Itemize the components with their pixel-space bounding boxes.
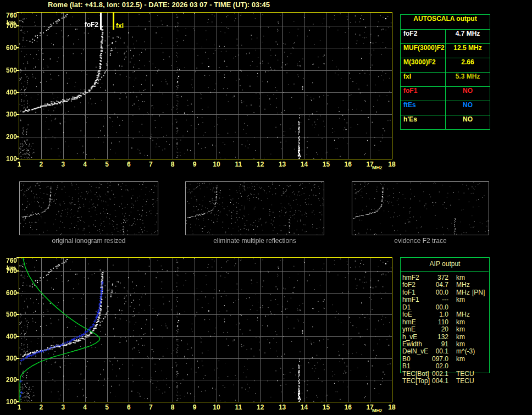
y-axis-tickmark <box>16 270 19 272</box>
param-unit: MHz <box>456 289 470 296</box>
param-unit: MHz <box>456 311 470 318</box>
thumbnail-caption: evidence F2 trace <box>352 237 489 245</box>
param-unit: TECU <box>456 377 474 385</box>
x-tick-label: 18 <box>386 161 397 168</box>
param-value: 00.0 <box>420 289 448 296</box>
y-tick-label: 200 <box>0 376 17 384</box>
x-tick-label: 14 <box>299 161 310 168</box>
autoscala-row: h'EsNO <box>401 115 490 129</box>
param-value: 4.7 MHz <box>446 30 490 43</box>
param-unit: km <box>456 318 465 326</box>
param-value: 00.1 <box>420 347 448 355</box>
param-value: 1.0 <box>420 311 448 318</box>
x-tick-label: 2 <box>36 403 47 411</box>
param-value: 5.3 MHz <box>446 73 490 86</box>
thumbnail-eliminate-reflections <box>185 181 324 235</box>
param-value: NO <box>446 87 490 101</box>
x-tick-label: 2 <box>36 161 47 168</box>
param-value: 00.0 <box>420 303 448 311</box>
param-name: hmF2 <box>402 274 419 281</box>
y-axis-tickmark <box>16 136 19 137</box>
ionogram-plot-bottom <box>19 257 392 402</box>
param-label: MUF(3000)F2 <box>401 44 446 58</box>
aip-row: hmF2372km <box>400 274 490 281</box>
x-tick-label: 16 <box>342 161 353 168</box>
x-tick-label: 15 <box>320 161 331 168</box>
aip-row: foF100.0MHz[PN] <box>400 289 490 296</box>
param-name: hmE <box>402 318 416 326</box>
param-unit: km <box>456 340 465 348</box>
autoscala-output-table: AUTOSCALA outputfoF24.7 MHzMUF(3000)F212… <box>400 14 490 130</box>
param-value: 12.5 MHz <box>446 44 490 58</box>
param-value: 2.66 <box>446 58 490 72</box>
x-tick-label: 1 <box>14 161 25 168</box>
param-unit: MHz <box>456 281 470 289</box>
param-value: --- <box>420 296 448 303</box>
param-name: foF2 <box>402 281 415 289</box>
aip-row: Ewidth91km <box>400 340 490 347</box>
param-value: 04.7 <box>420 281 448 289</box>
param-value: 097.0 <box>420 355 448 363</box>
fxI-marker-label: fxI <box>116 22 124 30</box>
param-value: NO <box>446 101 490 115</box>
param-value: 004.1 <box>420 377 448 385</box>
aip-row: TEC[Bot]002.1TECU <box>400 370 490 377</box>
x-tick-label: 7 <box>145 161 156 168</box>
param-note: [PN] <box>472 289 485 296</box>
param-label: fxI <box>401 73 446 86</box>
y-tick-label: 760 <box>0 12 17 19</box>
param-unit: km <box>456 325 465 333</box>
param-name: foF1 <box>402 289 415 296</box>
param-name: foE <box>402 311 412 318</box>
y-axis-tickmark <box>16 70 19 71</box>
y-tick-label: 300 <box>0 355 17 362</box>
y-tick-label: 500 <box>0 311 17 318</box>
thumbnail-eliminate-reflections-canvas <box>186 182 324 235</box>
y-axis-tickmark <box>16 336 19 337</box>
x-axis-unit: MHz <box>372 408 383 413</box>
y-axis-unit: km <box>0 19 16 27</box>
foF2-marker-line <box>100 13 102 30</box>
aip-row: ymE20km <box>400 325 490 333</box>
x-tick-label: 6 <box>123 403 134 411</box>
x-tick-label: 3 <box>58 403 69 411</box>
x-tick-label: 13 <box>277 161 288 168</box>
y-tick-label: 600 <box>0 44 17 52</box>
x-tick-label: 8 <box>167 403 178 411</box>
aip-row: hmF1---km <box>400 296 490 303</box>
aip-row: D100.0 <box>400 303 490 311</box>
autoscala-table-title: AUTOSCALA output <box>401 15 490 30</box>
autoscala-row: MUF(3000)F212.5 MHz <box>401 44 490 58</box>
x-tick-label: 14 <box>299 403 310 411</box>
y-axis-tickmark <box>16 292 19 294</box>
param-name: Ewidth <box>402 340 422 348</box>
y-tick-label: 600 <box>0 289 17 297</box>
x-tick-label: 3 <box>58 161 69 168</box>
param-label: ftEs <box>401 101 446 115</box>
autoscala-window: Rome (lat: +41.8, lon: 012.5) - DATE: 20… <box>0 0 532 415</box>
ionogram-canvas-bottom <box>19 258 392 402</box>
y-axis-tickmark <box>16 114 19 115</box>
x-tick-label: 18 <box>386 403 397 411</box>
param-label: M(3000)F2 <box>401 58 446 72</box>
x-tick-label: 8 <box>167 161 178 168</box>
x-tick-label: 4 <box>80 161 91 168</box>
param-value: 20 <box>420 325 448 333</box>
x-tick-label: 5 <box>102 403 113 411</box>
aip-rows: hmF2372kmfoF204.7MHzfoF100.0MHz[PN]hmF1-… <box>400 274 490 385</box>
y-tick-label: 200 <box>0 133 17 141</box>
param-value: 372 <box>420 274 448 281</box>
y-tick-label: 760 <box>0 257 17 264</box>
param-value: 002.1 <box>420 370 448 378</box>
x-tick-label: 5 <box>102 161 113 168</box>
aip-table-title: AIP output <box>400 260 490 268</box>
x-tick-label: 15 <box>320 403 331 411</box>
x-axis-unit: MHz <box>372 165 383 170</box>
x-tick-label: 6 <box>123 161 134 168</box>
aip-row: B0097.0km <box>400 355 490 362</box>
y-tick-label: 300 <box>0 110 17 118</box>
y-axis-tickmark <box>16 25 19 26</box>
param-name: hmF1 <box>402 296 419 303</box>
y-axis-tickmark <box>16 12 19 13</box>
ionogram-plot-top <box>19 12 392 159</box>
